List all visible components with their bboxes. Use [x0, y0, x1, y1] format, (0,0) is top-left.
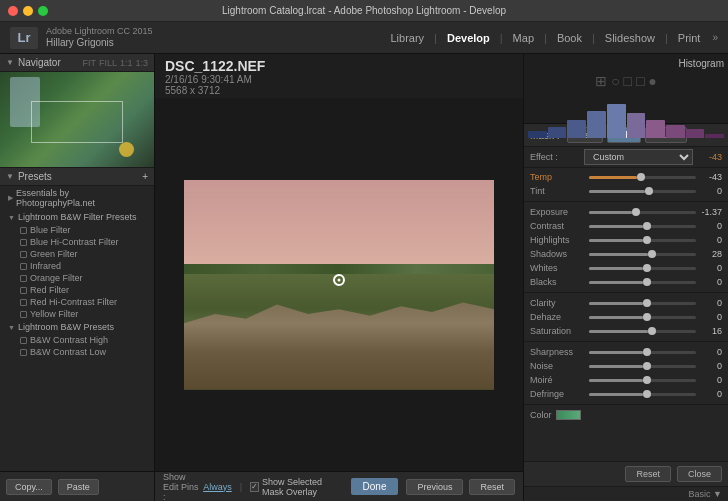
- exposure-track[interactable]: [589, 211, 696, 214]
- copy-button[interactable]: Copy...: [6, 479, 52, 495]
- always-link[interactable]: Always: [203, 482, 232, 492]
- preset-red-hicontrast[interactable]: Red Hi-Contrast Filter: [0, 296, 154, 308]
- panel-reset-btn[interactable]: Reset: [625, 466, 671, 482]
- panel-close-btn[interactable]: Close: [677, 466, 722, 482]
- blacks-thumb[interactable]: [643, 278, 651, 286]
- effect-select[interactable]: Custom: [584, 149, 693, 165]
- tint-track[interactable]: [589, 190, 696, 193]
- maximize-button[interactable]: [38, 6, 48, 16]
- defringe-track[interactable]: [589, 393, 696, 396]
- nav-map[interactable]: Map: [505, 32, 542, 44]
- effect-row: Effect : Custom -43: [524, 147, 728, 168]
- basic-label[interactable]: Basic ▼: [524, 486, 728, 501]
- exposure-thumb[interactable]: [632, 208, 640, 216]
- nav-slideshow[interactable]: Slideshow: [597, 32, 663, 44]
- thumbnail-flower: [119, 142, 134, 157]
- preset-yellow-filter[interactable]: Yellow Filter: [0, 308, 154, 320]
- preset-blue-hicontrast[interactable]: Blue Hi-Contrast Filter: [0, 236, 154, 248]
- preset-red-filter[interactable]: Red Filter: [0, 284, 154, 296]
- noise-thumb[interactable]: [643, 362, 651, 370]
- moire-track[interactable]: [589, 379, 696, 382]
- color-swatch[interactable]: [556, 410, 581, 420]
- preset-icon: [20, 227, 27, 234]
- presets-collapse-icon[interactable]: ▼: [6, 172, 14, 181]
- defringe-fill: [589, 393, 643, 396]
- fill-btn[interactable]: FILL: [99, 58, 117, 68]
- preset-infrared[interactable]: Infrared: [0, 260, 154, 272]
- whites-fill: [589, 267, 643, 270]
- sliders-section: Temp -43 Tint 0 Exposure: [524, 168, 728, 461]
- show-mask-checkbox[interactable]: [250, 482, 259, 492]
- top-nav: Lr Adobe Lightroom CC 2015 Hillary Grigo…: [0, 22, 728, 54]
- contrast-track[interactable]: [589, 225, 696, 228]
- app-user: Hillary Grigonis: [46, 37, 153, 49]
- dehaze-thumb[interactable]: [643, 313, 651, 321]
- previous-button[interactable]: Previous: [406, 479, 463, 495]
- defringe-value: 0: [700, 389, 722, 399]
- moire-thumb[interactable]: [643, 376, 651, 384]
- ratio-btn[interactable]: 1:3: [135, 58, 148, 68]
- nav-print[interactable]: Print: [670, 32, 709, 44]
- shadows-track[interactable]: [589, 253, 696, 256]
- blacks-track[interactable]: [589, 281, 696, 284]
- sharpness-track[interactable]: [589, 351, 696, 354]
- presets-add-btn[interactable]: +: [142, 171, 148, 182]
- slider-blacks: Blacks 0: [524, 275, 728, 289]
- preset-bw-contrast-low[interactable]: B&W Contrast Low: [0, 346, 154, 358]
- nav-library[interactable]: Library: [382, 32, 432, 44]
- noise-track[interactable]: [589, 365, 696, 368]
- contrast-value: 0: [700, 221, 722, 231]
- temp-track[interactable]: [589, 176, 696, 179]
- minimize-button[interactable]: [23, 6, 33, 16]
- whites-track[interactable]: [589, 267, 696, 270]
- saturation-track[interactable]: [589, 330, 696, 333]
- defringe-thumb[interactable]: [643, 390, 651, 398]
- preset-group-essentials-header[interactable]: ▶ Essentials by PhotographyPla.net: [0, 186, 154, 210]
- presets-list: ▶ Essentials by PhotographyPla.net ▼ Lig…: [0, 186, 154, 471]
- preset-group-essentials-label: Essentials by PhotographyPla.net: [16, 188, 148, 208]
- done-button[interactable]: Done: [351, 478, 399, 495]
- image-pink-overlay: [184, 180, 494, 275]
- clarity-thumb[interactable]: [643, 299, 651, 307]
- window-controls[interactable]: [8, 6, 48, 16]
- saturation-thumb[interactable]: [648, 327, 656, 335]
- nav-menu: Library | Develop | Map | Book | Slidesh…: [382, 32, 718, 44]
- tint-label: Tint: [530, 186, 585, 196]
- slider-temp: Temp -43: [524, 170, 728, 184]
- moire-value: 0: [700, 375, 722, 385]
- preset-group-bwfilter-header[interactable]: ▼ Lightroom B&W Filter Presets: [0, 210, 154, 224]
- tint-fill: [589, 190, 645, 193]
- preset-green-filter[interactable]: Green Filter: [0, 248, 154, 260]
- highlights-thumb[interactable]: [643, 236, 651, 244]
- paste-button[interactable]: Paste: [58, 479, 99, 495]
- clarity-track[interactable]: [589, 302, 696, 305]
- reset-button[interactable]: Reset: [469, 479, 515, 495]
- temp-thumb[interactable]: [637, 173, 645, 181]
- shadows-thumb[interactable]: [648, 250, 656, 258]
- nav-develop[interactable]: Develop: [439, 32, 498, 44]
- nav-more-icon[interactable]: »: [712, 32, 718, 43]
- close-button[interactable]: [8, 6, 18, 16]
- clarity-label: Clarity: [530, 298, 585, 308]
- slider-contrast: Contrast 0: [524, 219, 728, 233]
- dehaze-fill: [589, 316, 643, 319]
- tint-thumb[interactable]: [645, 187, 653, 195]
- slider-moire: Moiré 0: [524, 373, 728, 387]
- contrast-thumb[interactable]: [643, 222, 651, 230]
- dehaze-track[interactable]: [589, 316, 696, 319]
- sharpness-thumb[interactable]: [643, 348, 651, 356]
- navigator-collapse-icon[interactable]: ▼: [6, 58, 14, 67]
- nav-book[interactable]: Book: [549, 32, 590, 44]
- preset-orange-filter[interactable]: Orange Filter: [0, 272, 154, 284]
- preset-bw-contrast-high[interactable]: B&W Contrast High: [0, 334, 154, 346]
- slider-saturation: Saturation 16: [524, 324, 728, 338]
- image-view[interactable]: [155, 98, 523, 471]
- preset-group-bwpresets-header[interactable]: ▼ Lightroom B&W Presets: [0, 320, 154, 334]
- preset-icon: [20, 287, 27, 294]
- highlights-track[interactable]: [589, 239, 696, 242]
- preset-blue-filter[interactable]: Blue Filter: [0, 224, 154, 236]
- fit-btn[interactable]: FIT: [82, 58, 96, 68]
- whites-thumb[interactable]: [643, 264, 651, 272]
- temp-value: -43: [700, 172, 722, 182]
- one-to-one-btn[interactable]: 1:1: [120, 58, 133, 68]
